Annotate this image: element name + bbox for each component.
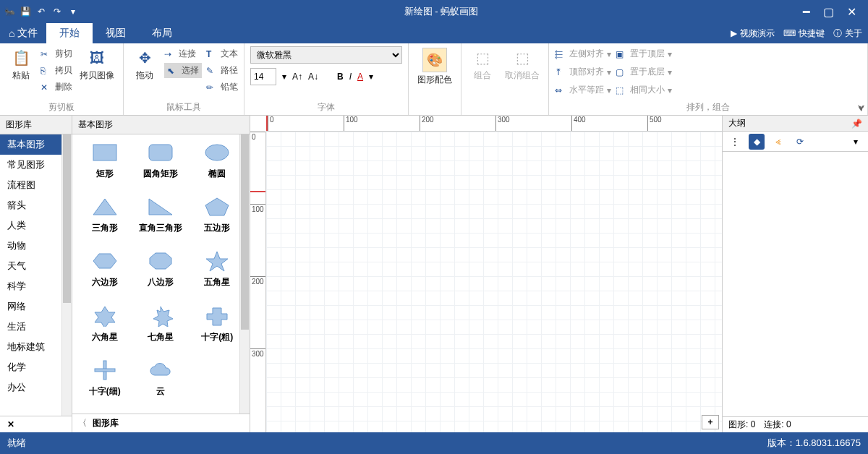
outline-shape-icon[interactable]: ◆ [749, 134, 765, 150]
ungroup-button[interactable]: ⬚ 取消组合 [502, 46, 542, 83]
font-group-label: 字体 [250, 100, 402, 113]
undo-icon[interactable]: ↶ [35, 5, 48, 18]
image-icon: 🖼 [87, 48, 107, 68]
shape-panel-header: 基本图形 [72, 116, 250, 134]
zoom-plus-button[interactable]: + [702, 415, 719, 429]
text-button[interactable]: T文本 [206, 46, 238, 61]
path-button[interactable]: ✎路径 [206, 63, 238, 78]
svg-marker-5 [205, 198, 229, 215]
outline-header: 大纲 [728, 117, 746, 129]
shape-righttriangle[interactable]: 直角三角形 [133, 196, 190, 243]
tab-view[interactable]: 视图 [93, 23, 139, 43]
minimize-icon[interactable]: ━ [803, 5, 810, 19]
shortcut-link[interactable]: ⌨ 快捷键 [783, 27, 825, 40]
horizontal-ruler[interactable]: 0100200300400500 [266, 116, 722, 132]
workarea: 图形库 基本图形常见图形流程图箭头人类动物天气科学网络生活地标建筑化学办公 ✕ … [0, 116, 868, 432]
distribute-icon: ⇔ [555, 85, 566, 95]
redo-icon[interactable]: ↷ [51, 5, 64, 18]
tab-start[interactable]: 开始 [46, 23, 93, 43]
shape-scrollbar[interactable] [239, 134, 250, 414]
font-size-dropdown-icon[interactable]: ▾ [282, 72, 286, 82]
outline-body [723, 152, 868, 416]
back-icon: ▢ [616, 67, 627, 77]
font-color-dropdown-icon[interactable]: ▾ [369, 72, 373, 82]
pin-icon[interactable]: 📌 [851, 119, 862, 129]
italic-button[interactable]: I [349, 72, 352, 82]
delete-button[interactable]: ✕删除 [41, 80, 72, 95]
pencil-button[interactable]: ✏铅笔 [206, 80, 238, 95]
video-demo-link[interactable]: ▶ 视频演示 [731, 27, 775, 40]
share-icon[interactable]: ⪡ [770, 134, 786, 150]
outline-dropdown-icon[interactable]: ▾ [848, 134, 864, 150]
paste-button[interactable]: 📋 粘贴 [6, 46, 36, 83]
path-icon: ✎ [206, 66, 218, 76]
shape-triangle[interactable]: 三角形 [77, 196, 133, 243]
align-group-label: 排列，组合 [555, 100, 861, 113]
ribbon-expand-icon[interactable]: ⮟ [858, 104, 865, 112]
bold-button[interactable]: B [337, 72, 344, 82]
connect-button[interactable]: ⇢连接 [164, 46, 202, 61]
shape-star7[interactable]: 七角星 [133, 305, 190, 352]
qat-save-icon[interactable]: 💾 [19, 5, 32, 18]
qat-dropdown-icon[interactable]: ▾ [67, 5, 80, 18]
titlebar: 🐜 💾 ↶ ↷ ▾ 新绘图 - 蚂蚁画图 ━ ▢ ✕ [0, 0, 868, 23]
copy-image-button[interactable]: 🖼 拷贝图像 [77, 46, 117, 83]
shape-crossthin[interactable]: 十字(细) [77, 359, 133, 406]
font-family-select[interactable]: 微软雅黑 [250, 46, 402, 64]
close-icon[interactable]: ✕ [847, 5, 856, 19]
font-color-button[interactable]: A [357, 72, 363, 82]
shape-ellipse[interactable]: 椭圆 [189, 142, 245, 189]
shape-library-footer[interactable]: 图形库 [93, 417, 119, 429]
select-button[interactable]: ⬉选择 [164, 63, 202, 78]
vertical-ruler[interactable]: 0100200300 [250, 132, 266, 432]
shape-crossbold[interactable]: 十字(粗) [189, 305, 245, 352]
tab-layout[interactable]: 布局 [139, 23, 185, 43]
align-left-button[interactable]: ⬱左侧对齐 ▾ [555, 46, 611, 61]
shape-cloud[interactable]: 云 [133, 359, 190, 406]
send-back-button[interactable]: ▢置于底层 ▾ [616, 64, 672, 80]
connect-icon: ⇢ [164, 49, 176, 59]
svg-rect-0 [93, 145, 116, 160]
category-scrollbar[interactable] [61, 134, 72, 416]
shrink-font-button[interactable]: A↓ [308, 72, 318, 82]
shape-rect[interactable]: 矩形 [77, 142, 133, 189]
file-menu[interactable]: ⌂ 文件 [0, 23, 46, 43]
shape-hexagon[interactable]: 六边形 [77, 250, 133, 297]
mouse-group-label: 鼠标工具 [129, 100, 238, 113]
outline-menu-icon[interactable]: ⋮ [727, 134, 743, 150]
copy-button[interactable]: ⎘拷贝 [41, 63, 72, 78]
menubar: ⌂ 文件 开始 视图 布局 ▶ 视频演示 ⌨ 快捷键 ⓘ 关于 [0, 23, 868, 43]
text-icon: T [206, 49, 218, 59]
svg-marker-11 [207, 308, 227, 325]
clipboard-group-label: 剪切板 [6, 100, 117, 113]
shape-pentagon[interactable]: 五边形 [189, 196, 245, 243]
svg-point-2 [205, 145, 229, 160]
grow-font-button[interactable]: A↑ [292, 72, 302, 82]
status-ready: 就绪 [7, 437, 26, 450]
shape-roundrect[interactable]: 圆角矩形 [133, 142, 190, 189]
bring-front-button[interactable]: ▣置于顶层 ▾ [616, 46, 672, 61]
maximize-icon[interactable]: ▢ [823, 5, 834, 19]
shape-color-button[interactable]: 🎨 图形配色 [414, 46, 455, 87]
about-link[interactable]: ⓘ 关于 [833, 27, 862, 40]
status-version: 版本：1.6.8031.16675 [767, 437, 861, 450]
shape-library-header: 图形库 [0, 116, 72, 134]
font-size-input[interactable] [250, 68, 276, 85]
group-button[interactable]: ⬚ 组合 [467, 46, 498, 83]
shape-star5[interactable]: 五角星 [189, 250, 245, 297]
ungroup-icon: ⬚ [512, 48, 532, 68]
shape-octagon[interactable]: 八边形 [133, 250, 190, 297]
shape-star6[interactable]: 六角星 [77, 305, 133, 352]
distribute-h-button[interactable]: ⇔水平等距 ▾ [555, 82, 611, 98]
shape-library-back-icon[interactable]: 〈 [78, 417, 87, 429]
canvas[interactable]: + [266, 132, 722, 432]
cut-icon: ✂ [41, 49, 52, 59]
svg-marker-10 [153, 307, 173, 327]
align-top-button[interactable]: ⤒顶部对齐 ▾ [555, 64, 611, 80]
refresh-icon[interactable]: ⟳ [792, 134, 808, 150]
app-icon: 🐜 [3, 5, 16, 18]
cut-button[interactable]: ✂剪切 [41, 46, 72, 61]
same-size-button[interactable]: ⬚相同大小 ▾ [616, 82, 672, 98]
drag-button[interactable]: ✥ 拖动 [129, 46, 160, 83]
close-panel-button[interactable]: ✕ [0, 416, 72, 432]
